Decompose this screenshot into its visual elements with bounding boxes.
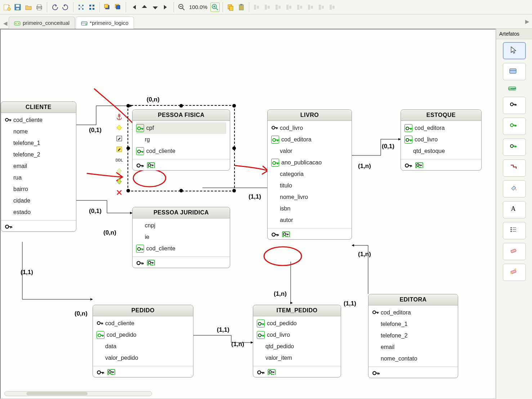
fk-keybar-icon: [147, 259, 155, 266]
align-left-button[interactable]: [252, 3, 261, 12]
palette-pk-tool[interactable]: [503, 97, 526, 114]
nav-down-button[interactable]: [151, 3, 160, 12]
send-back-button[interactable]: [113, 3, 123, 12]
align-center-h-button[interactable]: [295, 3, 305, 12]
attr-label: telefone_1: [381, 321, 408, 327]
palette-fill-tool[interactable]: [503, 180, 526, 198]
redo-button[interactable]: [61, 3, 70, 12]
attr-label: qtd_pedido: [265, 343, 294, 350]
align-top-button[interactable]: [274, 3, 283, 12]
nav-up-button[interactable]: [140, 3, 149, 12]
cardinality-label: (1,1): [344, 300, 356, 307]
entity-title: ESTOQUE: [401, 110, 481, 121]
nav-first-button[interactable]: [129, 3, 138, 12]
entity-livro[interactable]: LIVRO cod_livro cod_editora valor ano_pu…: [267, 109, 352, 240]
horizontal-scrollbar[interactable]: [4, 391, 152, 396]
attr-label: cod_editora: [415, 125, 445, 131]
cardinality-label: (0,1): [382, 143, 394, 150]
align-right-button[interactable]: [263, 3, 272, 12]
attr-label: bairro: [13, 186, 28, 192]
align-bottom-button[interactable]: [285, 3, 294, 12]
fk-key-icon: [257, 331, 265, 339]
bring-front-button[interactable]: [103, 3, 112, 12]
edit-tool-icon[interactable]: [115, 135, 123, 142]
tab-label: primeiro_conceitual: [23, 20, 70, 26]
palette-fk-tool[interactable]: [503, 118, 526, 135]
edit-yellow-tool-icon[interactable]: [115, 145, 123, 153]
attr-label: telefone_2: [13, 151, 40, 158]
entity-pessoa-juridica[interactable]: PESSOA JURIDICA cnpj ie cod_cliente: [132, 207, 230, 268]
paste-button[interactable]: [237, 3, 246, 12]
palette-text-tool[interactable]: [503, 201, 526, 218]
fk-key-icon: [271, 136, 279, 144]
tab-conceitual-icon: [14, 21, 21, 26]
attr-label: nome: [13, 128, 28, 135]
tab-logico-icon: [81, 21, 88, 26]
fk-keybar-icon: [268, 368, 276, 375]
attr-label: categoria: [280, 171, 304, 177]
entity-pessoa-fisica[interactable]: PESSOA FISICA cpf rg cod_cliente: [132, 109, 230, 171]
cardinality-label: (1,n): [274, 290, 287, 298]
diagram-canvas[interactable]: CLIENTE cod_cliente nome telefone_1 tele…: [0, 29, 496, 399]
tab-strip: ◀ primeiro_conceitual *primeiro_logico ▶: [0, 14, 532, 29]
entity-pedido[interactable]: PEDIDO cod_cliente cod_pedido data valor…: [93, 305, 193, 377]
cardinality-label: (1,1): [217, 326, 229, 334]
diamond-tool-icon[interactable]: [115, 124, 123, 132]
palette-pkfk-tool[interactable]: [503, 139, 526, 156]
entity-title: PESSOA JURIDICA: [133, 207, 230, 218]
attr-label: cod_livro: [280, 125, 303, 131]
entity-title: EDITORA: [368, 294, 458, 305]
pk-key-icon: [97, 319, 103, 327]
palette-connection-tool[interactable]: [503, 159, 526, 177]
tab-primeiro-logico[interactable]: *primeiro_logico: [76, 17, 134, 29]
down-tool-icon[interactable]: [115, 178, 123, 186]
entity-title: PESSOA FISICA: [133, 110, 230, 121]
entity-cliente[interactable]: CLIENTE cod_cliente nome telefone_1 tele…: [1, 101, 76, 232]
pk-key-icon: [136, 162, 144, 168]
save-button[interactable]: [13, 3, 22, 12]
same-height-button[interactable]: [328, 3, 337, 12]
undo-button[interactable]: [50, 3, 59, 12]
entity-title: PEDIDO: [93, 305, 193, 316]
attr-label: telefone_1: [13, 140, 40, 146]
up-disabled-icon: [115, 167, 123, 175]
cardinality-label: (0,1): [89, 127, 102, 134]
fk-key-icon: [97, 331, 104, 339]
palette-table-tool[interactable]: [503, 63, 526, 80]
open-button[interactable]: [24, 3, 33, 12]
snap-points-button[interactable]: [76, 3, 86, 12]
attr-label: cod_pedido: [107, 332, 137, 338]
fk-key-icon: [404, 136, 412, 144]
cardinality-label: (0,n): [103, 229, 116, 236]
attr-label: email: [381, 344, 394, 350]
attr-label: valor: [280, 148, 292, 154]
entity-item-pedido[interactable]: ITEM_PEDIDO cod_pedido cod_livro qtd_ped…: [253, 305, 341, 377]
snap-grid-button[interactable]: [87, 3, 97, 12]
palette-cursor-tool[interactable]: [503, 42, 526, 59]
palette-camp-tool[interactable]: [503, 84, 526, 93]
align-center-v-button[interactable]: [306, 3, 316, 12]
tab-primeiro-conceitual[interactable]: primeiro_conceitual: [9, 17, 75, 29]
same-width-button[interactable]: [317, 3, 326, 12]
palette-eraser-tool[interactable]: [503, 243, 526, 260]
tab-scroll-right[interactable]: ▶: [524, 17, 531, 27]
nav-last-button[interactable]: [161, 3, 171, 12]
palette-eraser-multi-tool[interactable]: [503, 264, 526, 281]
print-button[interactable]: [35, 3, 44, 12]
artifacts-palette: Artefatos: [496, 29, 532, 399]
entity-editora[interactable]: EDITORA cod_editora telefone_1 telefone_…: [368, 294, 458, 378]
attr-label: titulo: [280, 182, 292, 189]
new-file-button[interactable]: [2, 3, 12, 12]
zoom-out-button[interactable]: [177, 3, 186, 12]
delete-tool-icon[interactable]: [115, 189, 123, 196]
attr-label: email: [13, 163, 27, 169]
pk-key-icon: [372, 309, 379, 317]
entity-estoque[interactable]: ESTOQUE cod_editora cod_livro qtd_estoqu…: [401, 109, 482, 171]
anchor-tool-icon[interactable]: [115, 113, 123, 121]
palette-list-tool[interactable]: [503, 222, 526, 239]
ddl-tool-label[interactable]: DDL: [115, 156, 123, 164]
zoom-in-button[interactable]: [210, 3, 220, 12]
tab-scroll-left[interactable]: ◀: [2, 18, 9, 28]
fk-key-icon: [136, 147, 144, 155]
copy-button[interactable]: [226, 3, 235, 12]
